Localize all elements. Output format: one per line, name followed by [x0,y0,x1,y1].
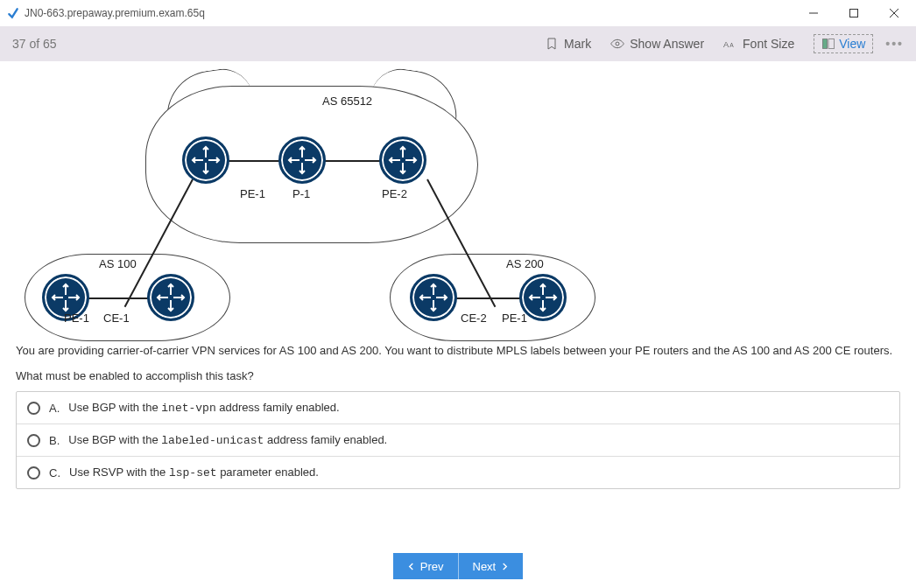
view-label: View [839,37,865,51]
router-icon [379,136,426,184]
radio-icon [27,466,40,480]
as-label: AS 100 [99,257,137,270]
chevron-right-icon [501,563,509,570]
router-label: P-1 [292,187,310,200]
close-button[interactable] [874,0,914,26]
option-a[interactable]: A. Use BGP with the inet-vpn address fam… [17,392,899,424]
question-body: You are providing carrier-of-carrier VPN… [16,343,900,359]
option-text: Use RSVP with the lsp-set parameter enab… [69,466,319,480]
svg-point-4 [616,42,619,46]
router-icon [182,136,229,184]
option-text: Use BGP with the inet-vpn address family… [68,401,339,415]
next-label: Next [473,560,497,573]
next-button[interactable]: Next [459,553,524,579]
font-size-button[interactable]: AA Font Size [723,37,794,51]
router-icon [278,136,326,184]
radio-icon [27,402,40,415]
show-answer-label: Show Answer [630,37,704,51]
title-bar: JN0-663.prepaway.premium.exam.65q [0,0,916,26]
option-text: Use BGP with the labeled-unicast address… [68,433,387,447]
radio-icon [27,434,40,447]
question-prompt: What must be enabled to accomplish this … [16,369,900,382]
option-b[interactable]: B. Use BGP with the labeled-unicast addr… [17,424,899,457]
view-toggle-button[interactable]: View [814,34,873,53]
svg-rect-7 [823,39,828,49]
chevron-left-icon [407,563,415,570]
bookmark-icon [545,37,559,51]
option-letter: C. [49,466,60,480]
option-letter: B. [49,434,60,447]
maximize-button[interactable] [834,0,874,26]
option-list: A. Use BGP with the inet-vpn address fam… [16,391,900,489]
svg-text:A: A [729,42,734,48]
font-size-icon: AA [723,37,737,51]
app-logo-icon [7,7,19,19]
router-label: CE-1 [103,312,130,325]
toolbar: 37 of 65 Mark Show Answer AA Font Size V… [0,26,916,61]
minimize-button[interactable] [793,0,834,26]
eye-icon [610,37,624,51]
option-c[interactable]: C. Use RSVP with the lsp-set parameter e… [17,457,899,488]
question-content: AS 65512 PE-1 P-1 PE-2 AS 100 PE-1 CE-1 … [0,61,916,550]
as-label: AS 65512 [322,94,372,108]
window-title: JN0-663.prepaway.premium.exam.65q [25,7,205,19]
option-letter: A. [49,402,60,415]
mark-label: Mark [564,37,591,51]
view-split-icon [821,37,835,51]
svg-rect-8 [828,39,835,49]
network-diagram: AS 65512 PE-1 P-1 PE-2 AS 100 PE-1 CE-1 … [16,70,629,332]
router-icon [410,274,457,321]
prev-button[interactable]: Prev [393,553,459,579]
router-icon [147,274,194,321]
svg-rect-1 [850,10,858,18]
router-label: PE-2 [382,187,407,200]
svg-text:A: A [723,40,729,49]
as-label: AS 200 [506,257,544,270]
router-label: PE-1 [240,187,265,200]
router-label: CE-2 [461,312,487,325]
prev-label: Prev [420,560,444,573]
router-label: PE-1 [502,312,527,325]
more-menu-button[interactable]: ••• [885,37,904,51]
mark-button[interactable]: Mark [545,37,591,51]
font-size-label: Font Size [743,37,794,51]
router-label: PE-1 [64,312,89,325]
question-progress: 37 of 65 [12,37,57,51]
nav-footer: Prev Next [0,550,916,583]
show-answer-button[interactable]: Show Answer [610,37,704,51]
